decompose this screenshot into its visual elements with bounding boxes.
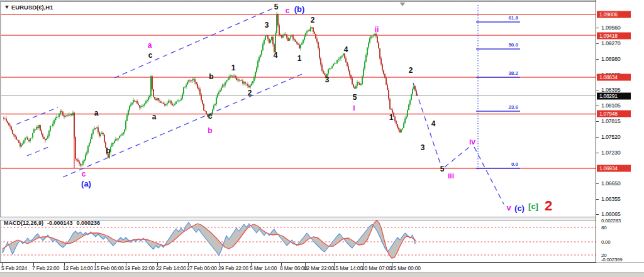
price-badge: 1.08634 <box>597 74 631 81</box>
price-tick-mark <box>596 106 599 106</box>
price-tick-label: 1.07815 <box>601 118 620 124</box>
time-axis-label: 22 Feb 14:00 <box>156 265 186 271</box>
time-axis[interactable]: 5 Feb 20247 Feb 22:0012 Feb 14:0015 Feb … <box>0 263 644 272</box>
price-tick-label: 1.07230 <box>601 149 620 156</box>
price-badge: 1.09806 <box>597 11 631 18</box>
window-left-border <box>0 2 1 262</box>
fib-level-label: 61.8 <box>508 15 518 21</box>
price-tick-mark <box>596 183 599 184</box>
time-axis-label: 15 Mar 14:00 <box>333 265 363 271</box>
window-bottom-strip <box>0 272 644 277</box>
price-tick-label: 1.06355 <box>601 196 620 202</box>
price-badge: 1.08291 <box>597 93 631 100</box>
price-axis[interactable]: 1.095601.092701.089801.086851.083951.081… <box>596 0 644 263</box>
price-tick-mark <box>596 214 599 215</box>
price-tick-label: 1.06650 <box>601 180 620 187</box>
macd-indicator <box>0 220 596 258</box>
price-tick-mark <box>596 121 599 122</box>
fib-level-label: 0.0 <box>511 161 519 167</box>
price-tick-label: 1.07520 <box>601 134 620 140</box>
symbol-dropdown-icon <box>5 6 9 9</box>
price-tick-mark <box>596 137 599 138</box>
macd-scale-label: 0.002283 <box>601 218 621 224</box>
fib-level-label: 23.6 <box>508 104 518 110</box>
fib-level-label: 50.0 <box>508 42 518 48</box>
price-tick-mark <box>596 90 599 90</box>
macd-scale-label: 0.00 <box>601 239 610 245</box>
time-axis-label: 12 Feb 14:00 <box>63 265 93 271</box>
symbol-timeframe-label[interactable]: EURUSD(€),H1 <box>5 4 53 11</box>
price-tick-label: 1.08105 <box>601 102 620 109</box>
time-axis-label: 15 Feb 06:00 <box>94 265 124 271</box>
price-tick-mark <box>596 59 599 60</box>
fibonacci-retracement[interactable]: 61.850.038.223.60.0 <box>476 15 520 168</box>
price-tick-mark <box>596 28 599 28</box>
macd-indicator-label: MACD(12,26,9) -0.000143 0.000236 <box>4 220 100 226</box>
price-tick-label: 1.06065 <box>601 211 620 217</box>
fib-level-label: 38.2 <box>508 70 518 76</box>
price-tick-label: 1.08395 <box>601 87 620 93</box>
price-badge: 1.06934 <box>597 165 631 172</box>
price-tick-label: 1.08980 <box>601 56 620 62</box>
macd-scale-label: -0.002399 <box>601 257 622 263</box>
time-axis-label: 25 Mar 00:00 <box>391 265 421 271</box>
trendlines[interactable] <box>16 8 504 204</box>
time-axis-label: 5 Feb 2024 <box>1 265 27 271</box>
macd-title: MACD(12,26,9) <box>4 220 43 226</box>
time-axis-label: 27 Feb 06:00 <box>187 265 217 271</box>
chart-shift-marker-icon <box>400 3 406 6</box>
time-axis-label: 5 Mar 14:00 <box>250 265 277 271</box>
time-axis-label: 29 Feb 22:00 <box>218 265 248 271</box>
price-badge: 1.07948 <box>597 111 631 117</box>
time-axis-label: 8 Mar 06:00 <box>280 265 307 271</box>
window-top-border <box>0 0 644 2</box>
time-axis-label: 12 Mar 22:00 <box>304 265 334 271</box>
price-tick-label: 1.09560 <box>601 24 620 31</box>
price-tick-mark <box>596 43 599 44</box>
time-axis-label: 20 Mar 07:00 <box>362 265 392 271</box>
price-tick-mark <box>596 199 599 200</box>
price-tick-label: 1.09270 <box>601 40 620 46</box>
symbol-text: EURUSD(€),H1 <box>11 4 53 11</box>
price-badge: 1.09418 <box>597 33 631 40</box>
macd-main-value: -0.000143 <box>47 220 73 226</box>
time-axis-label: 7 Feb 22:00 <box>32 265 59 271</box>
price-tick-mark <box>596 153 599 153</box>
macd-scale-label: 80 <box>601 225 606 231</box>
mt4-chart-window: 61.850.038.223.60.0 abc(a)acabcb12345c(b… <box>0 0 644 277</box>
macd-signal-value: 0.000236 <box>77 220 101 226</box>
time-axis-label: 19 Feb 22:00 <box>125 265 155 271</box>
